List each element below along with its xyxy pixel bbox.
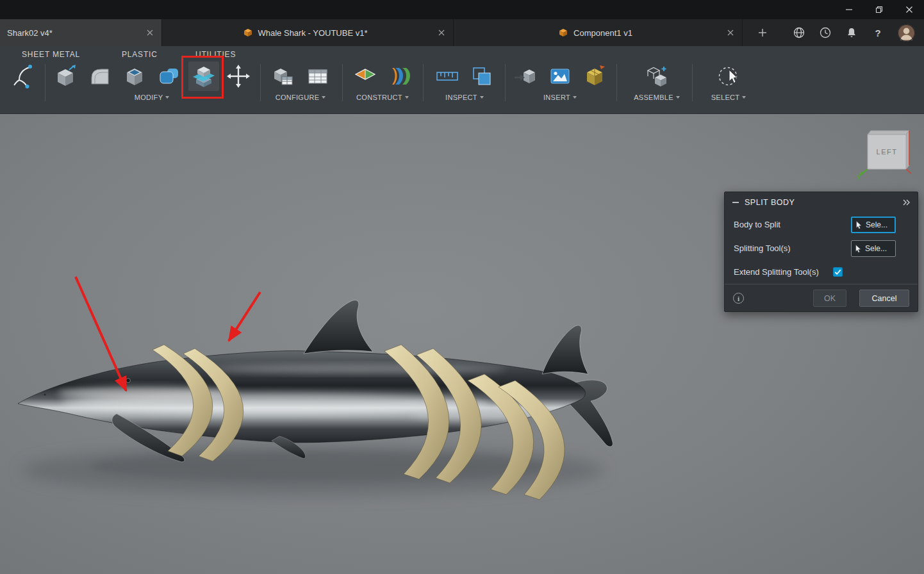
extensions-globe-icon[interactable] bbox=[793, 26, 805, 39]
model-viewport[interactable] bbox=[0, 114, 924, 574]
close-icon bbox=[438, 29, 445, 36]
ribbon-group-inspect: INSPECT bbox=[432, 62, 497, 101]
group-label-modify[interactable]: MODIFY bbox=[135, 94, 170, 101]
cursor-icon bbox=[855, 220, 864, 229]
toolbar-separator bbox=[423, 64, 424, 101]
insert-mesh-icon[interactable] bbox=[579, 62, 610, 91]
ok-button[interactable]: OK bbox=[813, 290, 846, 307]
annotation-highlight-rectangle bbox=[181, 56, 224, 99]
tab-bar-right-icons: ? bbox=[793, 19, 915, 46]
splitting-tools-label: Splitting Tool(s) bbox=[734, 243, 791, 253]
info-icon[interactable]: i bbox=[733, 293, 744, 304]
ribbon-toolbar: SHEET METAL PLASTIC UTILITIES bbox=[0, 46, 924, 114]
dialog-title: SPLIT BODY bbox=[745, 198, 902, 207]
section-analysis-icon[interactable] bbox=[466, 62, 497, 91]
ribbon-tab-sheet-metal[interactable]: SHEET METAL bbox=[22, 50, 80, 59]
shark-second-dorsal-fin[interactable] bbox=[542, 325, 588, 374]
measure-icon[interactable] bbox=[432, 62, 463, 91]
extend-splitting-tools-checkbox[interactable] bbox=[833, 267, 843, 277]
dropdown-caret-icon bbox=[322, 96, 326, 99]
construct-plane-icon[interactable] bbox=[350, 62, 381, 91]
insert-derive-icon[interactable] bbox=[510, 62, 541, 91]
dropdown-caret-icon bbox=[165, 96, 169, 99]
dropdown-caret-icon bbox=[742, 96, 746, 99]
help-icon[interactable]: ? bbox=[871, 26, 884, 39]
check-icon bbox=[834, 268, 842, 276]
group-label-inspect[interactable]: INSPECT bbox=[445, 94, 484, 101]
group-label-insert[interactable]: INSERT bbox=[543, 94, 577, 101]
partial-left-tool-icon[interactable] bbox=[8, 62, 38, 91]
tab-close-button[interactable] bbox=[436, 28, 447, 38]
group-label-assemble[interactable]: ASSEMBLE bbox=[634, 94, 680, 101]
plus-icon bbox=[758, 28, 767, 37]
canvas-image-icon[interactable] bbox=[545, 62, 575, 91]
view-cube-top-face[interactable] bbox=[868, 131, 909, 135]
body-to-split-row: Body to Split Sele... bbox=[725, 213, 918, 236]
construct-axes-icon[interactable] bbox=[384, 62, 415, 91]
new-component-icon[interactable] bbox=[641, 62, 672, 91]
tab-close-button[interactable] bbox=[145, 28, 155, 38]
tab-label: Component1 v1 bbox=[573, 28, 632, 38]
ribbon-group-insert: INSERT bbox=[510, 62, 610, 101]
annotation-arrow-2 bbox=[229, 292, 260, 341]
shell-icon[interactable] bbox=[119, 62, 150, 91]
user-avatar[interactable] bbox=[898, 24, 915, 42]
dialog-footer: i OK Cancel bbox=[725, 284, 918, 312]
move-copy-icon[interactable] bbox=[223, 62, 254, 91]
splitting-tools-select-button[interactable]: Sele... bbox=[851, 240, 896, 257]
extend-splitting-tools-label: Extend Splitting Tool(s) bbox=[734, 267, 819, 277]
tab-label: Whale Shark - YOUTUBE v1* bbox=[258, 28, 368, 38]
select-cursor-icon[interactable] bbox=[713, 62, 744, 91]
document-cube-icon bbox=[243, 28, 253, 38]
close-icon bbox=[147, 29, 153, 36]
restore-icon bbox=[874, 4, 884, 15]
minimize-button[interactable] bbox=[834, 0, 864, 19]
x-axis-line bbox=[906, 169, 911, 174]
group-label-configure[interactable]: CONFIGURE bbox=[276, 94, 326, 101]
collapse-icon[interactable] bbox=[732, 202, 739, 203]
configure-icon[interactable] bbox=[268, 62, 299, 91]
split-body-dialog: SPLIT BODY Body to Split Sele... Splitti… bbox=[724, 192, 918, 312]
body-to-split-select-button[interactable]: Sele... bbox=[851, 217, 896, 233]
dropdown-caret-icon bbox=[480, 96, 484, 99]
document-cube-icon bbox=[558, 28, 568, 38]
toolbar-separator bbox=[692, 64, 693, 101]
toolbar-separator bbox=[616, 64, 617, 101]
shark-dorsal-fin[interactable] bbox=[304, 300, 373, 354]
group-label-select[interactable]: SELECT bbox=[711, 94, 747, 101]
ribbon-group-construct: CONSTRUCT bbox=[350, 62, 415, 101]
document-tab-shark02[interactable]: Shark02 v4* bbox=[0, 19, 162, 46]
configuration-table-icon[interactable] bbox=[302, 62, 333, 91]
fillet-icon[interactable] bbox=[85, 62, 115, 91]
document-tab-whale-shark[interactable]: Whale Shark - YOUTUBE v1* bbox=[162, 19, 454, 46]
view-cube[interactable]: LEFT Y bbox=[856, 126, 915, 181]
restore-button[interactable] bbox=[864, 0, 894, 19]
toolbar-separator bbox=[45, 64, 45, 101]
ribbon-group-assemble: ASSEMBLE bbox=[625, 62, 689, 101]
job-status-clock-icon[interactable] bbox=[819, 26, 832, 39]
tab-label: Shark02 v4* bbox=[7, 28, 53, 38]
combine-icon[interactable] bbox=[154, 62, 185, 91]
dialog-header[interactable]: SPLIT BODY bbox=[725, 192, 918, 213]
ribbon-tab-plastic[interactable]: PLASTIC bbox=[122, 50, 158, 59]
shark-eye bbox=[126, 379, 131, 383]
dropdown-caret-icon bbox=[405, 96, 409, 99]
body-to-split-label: Body to Split bbox=[734, 220, 780, 229]
press-pull-icon[interactable] bbox=[50, 62, 81, 91]
new-tab-button[interactable] bbox=[754, 19, 771, 46]
title-bar bbox=[0, 0, 924, 19]
y-axis-label: Y bbox=[857, 174, 861, 181]
group-label-construct[interactable]: CONSTRUCT bbox=[356, 94, 409, 101]
ribbon-group-configure: CONFIGURE bbox=[268, 62, 333, 101]
document-tab-bar: Shark02 v4* Whale Shark - YOUTUBE v1* Co… bbox=[0, 19, 924, 46]
close-window-button[interactable] bbox=[894, 0, 924, 19]
dock-chevrons-icon[interactable] bbox=[902, 199, 911, 206]
tab-close-button[interactable] bbox=[725, 28, 736, 38]
document-tab-component1[interactable]: Component1 v1 bbox=[454, 19, 743, 46]
close-icon bbox=[904, 4, 914, 15]
close-icon bbox=[727, 29, 734, 36]
notifications-bell-icon[interactable] bbox=[845, 26, 858, 39]
toolbar-separator bbox=[260, 64, 261, 101]
cancel-button[interactable]: Cancel bbox=[859, 290, 909, 307]
dropdown-caret-icon bbox=[573, 96, 577, 99]
